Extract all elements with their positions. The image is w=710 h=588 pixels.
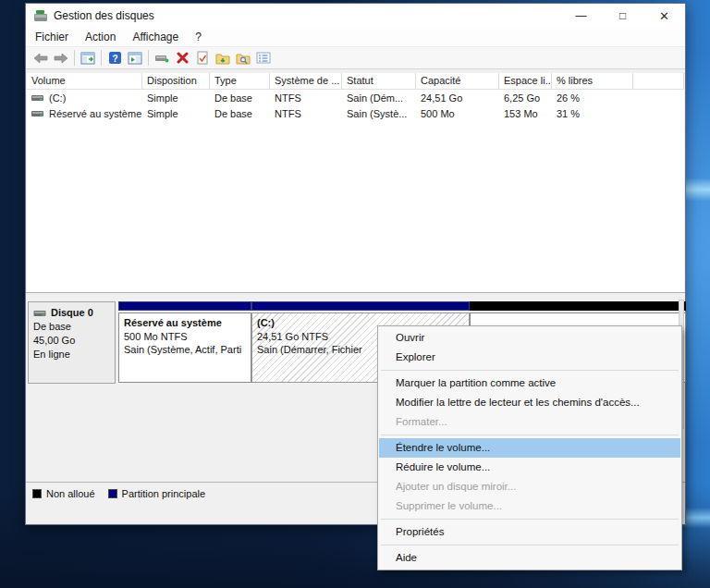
show-action-pane-icon[interactable] bbox=[125, 48, 145, 67]
details-view-icon[interactable] bbox=[253, 48, 274, 67]
disk-type: De base bbox=[33, 320, 110, 334]
disk-status: En ligne bbox=[33, 348, 110, 361]
legend-label: Partition principale bbox=[122, 488, 206, 499]
partition-color-bar bbox=[118, 301, 251, 311]
menu-item-aide[interactable]: Aide bbox=[379, 548, 680, 568]
partition-system-reserved[interactable]: Réservé au système 500 Mo NTFS Sain (Sys… bbox=[118, 301, 251, 384]
column-header-statut[interactable]: Statut bbox=[342, 73, 416, 89]
title-bar[interactable]: Gestion des disques — □ ✕ bbox=[26, 4, 685, 28]
toolbar: ? bbox=[26, 46, 685, 69]
window-title: Gestion des disques bbox=[54, 9, 154, 22]
partition-status: Sain (Système, Actif, Parti bbox=[124, 343, 246, 357]
column-header-capacite[interactable]: Capacité bbox=[416, 73, 499, 89]
disk-management-icon bbox=[33, 9, 48, 22]
maximize-button[interactable]: □ bbox=[602, 4, 643, 28]
menu-action[interactable]: Action bbox=[77, 29, 124, 45]
partition-title: Réservé au système bbox=[124, 316, 246, 330]
context-menu: Ouvrir Explorer Marquer la partition com… bbox=[377, 325, 682, 570]
volume-list: Volume Disposition Type Système de ... S… bbox=[27, 73, 684, 292]
legend-unallocated: Non alloué bbox=[32, 488, 95, 499]
menu-item-modifier-lettre[interactable]: Modifier la lettre de lecteur et les che… bbox=[379, 393, 680, 412]
column-header-systeme[interactable]: Système de ... bbox=[270, 73, 342, 89]
unallocated-swatch bbox=[32, 489, 42, 498]
menu-bar: Fichier Action Affichage ? bbox=[26, 28, 685, 46]
back-icon[interactable] bbox=[31, 48, 51, 67]
volume-icon bbox=[31, 110, 44, 117]
menu-item-formater: Formater... bbox=[379, 412, 680, 432]
menu-item-ouvrir[interactable]: Ouvrir bbox=[379, 328, 680, 348]
menu-item-marquer-active[interactable]: Marquer la partition comme active bbox=[379, 374, 680, 393]
toolbar-separator bbox=[148, 50, 149, 66]
svg-text:?: ? bbox=[112, 54, 117, 64]
unallocated-color-bar bbox=[470, 301, 686, 311]
menu-help[interactable]: ? bbox=[187, 29, 210, 45]
menu-item-supprimer-volume: Supprimer le volume... bbox=[379, 496, 680, 516]
menu-separator bbox=[381, 519, 679, 520]
column-header-disposition[interactable]: Disposition bbox=[142, 73, 210, 89]
menu-item-etendre-volume[interactable]: Étendre le volume... bbox=[379, 438, 680, 458]
menu-separator bbox=[381, 370, 679, 371]
folder-up-icon[interactable] bbox=[213, 48, 233, 67]
rescan-disks-icon[interactable] bbox=[152, 48, 172, 67]
partition-size: 500 Mo NTFS bbox=[124, 330, 246, 344]
toolbar-separator bbox=[101, 50, 102, 66]
menu-affichage[interactable]: Affichage bbox=[124, 29, 187, 45]
disk-size: 45,00 Go bbox=[33, 334, 110, 348]
delete-volume-icon[interactable] bbox=[172, 48, 192, 67]
volume-row-c[interactable]: (C:) Simple De base NTFS Sain (Dém... 24… bbox=[27, 90, 684, 105]
toolbar-separator bbox=[74, 50, 75, 66]
partition-color-bar bbox=[251, 301, 470, 311]
volume-row-reserved[interactable]: Réservé au système Simple De base NTFS S… bbox=[27, 105, 684, 121]
column-header-volume[interactable]: Volume bbox=[27, 73, 142, 89]
minimize-button[interactable]: — bbox=[560, 4, 602, 28]
show-console-tree-icon[interactable] bbox=[78, 48, 98, 67]
legend-primary-partition: Partition principale bbox=[108, 488, 206, 499]
menu-item-proprietes[interactable]: Propriétés bbox=[379, 522, 680, 542]
properties-check-icon[interactable] bbox=[192, 48, 213, 67]
menu-separator bbox=[381, 545, 679, 545]
legend-label: Non alloué bbox=[46, 488, 95, 499]
folder-search-icon[interactable] bbox=[233, 48, 253, 67]
forward-icon[interactable] bbox=[51, 48, 71, 67]
column-header-type[interactable]: Type bbox=[210, 73, 270, 89]
primary-partition-swatch bbox=[108, 489, 117, 498]
disk0-label-panel[interactable]: Disque 0 De base 45,00 Go En ligne bbox=[28, 301, 116, 384]
column-header-filler bbox=[633, 73, 684, 89]
menu-item-explorer[interactable]: Explorer bbox=[379, 348, 680, 367]
close-button[interactable]: ✕ bbox=[643, 4, 685, 28]
volume-icon bbox=[31, 94, 44, 102]
menu-separator bbox=[381, 435, 679, 435]
help-icon[interactable]: ? bbox=[104, 48, 125, 67]
volume-list-header: Volume Disposition Type Système de ... S… bbox=[27, 73, 684, 90]
disk-icon bbox=[33, 310, 47, 317]
disk-name: Disque 0 bbox=[51, 306, 93, 320]
menu-fichier[interactable]: Fichier bbox=[27, 29, 77, 45]
menu-item-reduire-volume[interactable]: Réduire le volume... bbox=[379, 458, 680, 477]
column-header-espace[interactable]: Espace li... bbox=[499, 73, 552, 89]
column-header-libres[interactable]: % libres bbox=[552, 73, 633, 89]
menu-item-ajouter-miroir: Ajouter un disque miroir... bbox=[379, 477, 680, 496]
